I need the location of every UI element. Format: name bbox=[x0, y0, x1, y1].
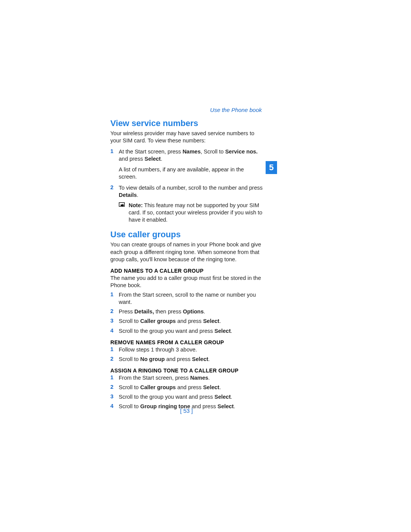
subheading-assign-ringing-tone: ASSIGN A RINGING TONE TO A CALLER GROUP bbox=[110, 367, 263, 374]
step-text: From the Start screen, press Names. bbox=[119, 374, 263, 382]
heading-use-caller-groups: Use caller groups bbox=[110, 230, 263, 240]
page-number: [ 53 ] bbox=[110, 407, 263, 414]
list-item: 3 Scroll to Caller groups and press Sele… bbox=[110, 318, 263, 325]
step-number: 1 bbox=[110, 291, 119, 306]
step-text: Scroll to the group you want and press S… bbox=[119, 393, 263, 401]
step-number: 1 bbox=[110, 148, 119, 163]
step-number: 4 bbox=[110, 328, 119, 335]
list-item: 1 From the Start screen, press Names. bbox=[110, 374, 263, 382]
step-number: 2 bbox=[110, 308, 119, 315]
step-number: 3 bbox=[110, 318, 119, 325]
step-result-text: A list of numbers, if any are available,… bbox=[119, 166, 263, 181]
step-text: At the Start screen, press Names, Scroll… bbox=[119, 148, 263, 163]
list-item: 2 Scroll to No group and press Select. bbox=[110, 356, 263, 363]
subheading-add-names: ADD NAMES TO A CALLER GROUP bbox=[110, 268, 263, 274]
step-number: 2 bbox=[110, 184, 119, 199]
list-item: 1 At the Start screen, press Names, Scro… bbox=[110, 148, 263, 163]
list-item: 4 Scroll to the group you want and press… bbox=[110, 328, 263, 335]
step-text: Scroll to Caller groups and press Select… bbox=[119, 318, 263, 325]
intro-text: Your wireless provider may have saved se… bbox=[110, 130, 263, 144]
step-text: Scroll to the group you want and press S… bbox=[119, 328, 263, 335]
subheading-remove-names: REMOVE NAMES FROM A CALLER GROUP bbox=[110, 339, 263, 345]
step-number: 1 bbox=[110, 346, 119, 353]
step-number: 2 bbox=[110, 356, 119, 363]
sub-intro-text: The name you add to a caller group must … bbox=[110, 275, 263, 289]
list-item: 2 To view details of a number, scroll to… bbox=[110, 184, 263, 199]
step-text: Press Details, then press Options. bbox=[119, 308, 263, 315]
note-text: Note: This feature may not be supported … bbox=[129, 202, 263, 224]
list-item: 1 Follow steps 1 through 3 above. bbox=[110, 346, 263, 353]
intro-text: You can create groups of names in your P… bbox=[110, 241, 263, 263]
heading-view-service-numbers: View service numbers bbox=[110, 118, 263, 128]
list-item: 2 Press Details, then press Options. bbox=[110, 308, 263, 315]
step-number: 3 bbox=[110, 393, 119, 401]
step-text: From the Start screen, scroll to the nam… bbox=[119, 291, 263, 306]
note-block: Note: This feature may not be supported … bbox=[119, 202, 263, 224]
list-item: 1 From the Start screen, scroll to the n… bbox=[110, 291, 263, 306]
step-text: Scroll to Caller groups and press Select… bbox=[119, 384, 263, 391]
step-text: Scroll to No group and press Select. bbox=[119, 356, 263, 363]
step-text: Follow steps 1 through 3 above. bbox=[119, 346, 263, 353]
breadcrumb: Use the Phone book bbox=[110, 107, 262, 113]
list-item: 3 Scroll to the group you want and press… bbox=[110, 393, 263, 401]
page-content: Use the Phone book View service numbers … bbox=[110, 107, 263, 413]
step-number: 1 bbox=[110, 374, 119, 382]
list-item: 2 Scroll to Caller groups and press Sele… bbox=[110, 384, 263, 391]
note-icon bbox=[119, 202, 129, 224]
step-text: To view details of a number, scroll to t… bbox=[119, 184, 263, 199]
step-number: 2 bbox=[110, 384, 119, 391]
chapter-tab: 5 bbox=[266, 161, 277, 174]
